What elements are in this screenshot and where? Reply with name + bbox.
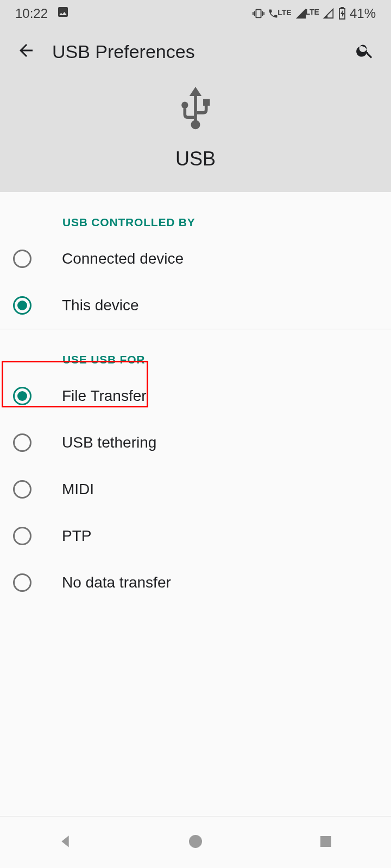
hero-label: USB bbox=[175, 148, 216, 170]
radio-icon bbox=[13, 573, 31, 592]
content: USB CONTROLLED BY Connected device This … bbox=[0, 192, 391, 606]
section-header-controlled-by: USB CONTROLLED BY bbox=[0, 192, 391, 235]
signal-1-icon: LTE bbox=[295, 8, 319, 20]
option-label: No data transfer bbox=[62, 574, 171, 591]
radio-icon bbox=[13, 296, 31, 315]
header: USB Preferences USB bbox=[0, 27, 391, 192]
option-connected-device[interactable]: Connected device bbox=[0, 235, 391, 282]
navigation-bar bbox=[0, 816, 391, 868]
option-label: USB tethering bbox=[62, 434, 156, 451]
search-button[interactable] bbox=[352, 39, 378, 65]
option-label: PTP bbox=[62, 527, 91, 545]
option-no-data-transfer[interactable]: No data transfer bbox=[0, 559, 391, 606]
back-button[interactable] bbox=[13, 39, 39, 65]
section-header-use-for: USE USB FOR bbox=[0, 329, 391, 373]
radio-icon bbox=[13, 387, 31, 405]
battery-pct: 41% bbox=[350, 6, 376, 21]
battery-charging-icon bbox=[338, 7, 346, 20]
svg-rect-3 bbox=[320, 836, 331, 847]
option-label: Connected device bbox=[62, 250, 184, 267]
radio-icon bbox=[13, 480, 31, 499]
nav-home-button[interactable] bbox=[182, 829, 209, 856]
option-midi[interactable]: MIDI bbox=[0, 466, 391, 513]
svg-point-2 bbox=[189, 835, 202, 848]
option-label: MIDI bbox=[62, 481, 94, 498]
option-file-transfer[interactable]: File Transfer bbox=[0, 373, 391, 419]
search-icon bbox=[355, 41, 375, 62]
volte-call-icon: LTE bbox=[268, 8, 291, 19]
nav-recents-button[interactable] bbox=[313, 829, 339, 856]
signal-2-icon bbox=[323, 8, 335, 20]
option-usb-tethering[interactable]: USB tethering bbox=[0, 419, 391, 466]
option-ptp[interactable]: PTP bbox=[0, 513, 391, 559]
option-label: File Transfer bbox=[62, 387, 147, 405]
page-title: USB Preferences bbox=[52, 41, 352, 62]
vibrate-icon bbox=[253, 8, 264, 20]
svg-rect-1 bbox=[203, 99, 210, 106]
radio-icon bbox=[13, 527, 31, 545]
nav-back-button[interactable] bbox=[52, 829, 78, 856]
radio-icon bbox=[13, 433, 31, 452]
status-bar: 10:22 LTE LTE 41% bbox=[0, 0, 391, 27]
svg-point-0 bbox=[181, 102, 188, 108]
option-label: This device bbox=[62, 297, 139, 314]
usb-icon bbox=[176, 87, 215, 138]
radio-icon bbox=[13, 250, 31, 268]
option-this-device[interactable]: This device bbox=[0, 282, 391, 329]
status-time: 10:22 bbox=[15, 6, 48, 21]
square-recents-icon bbox=[318, 833, 334, 852]
picture-icon bbox=[56, 5, 70, 22]
triangle-back-icon bbox=[56, 833, 74, 852]
arrow-back-icon bbox=[16, 41, 36, 62]
circle-home-icon bbox=[187, 833, 204, 852]
